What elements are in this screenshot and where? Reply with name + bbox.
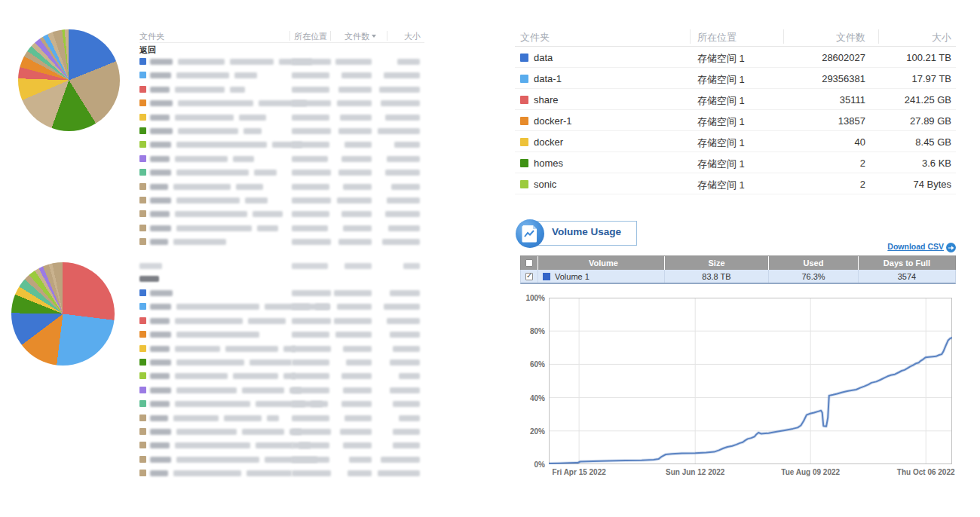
column-header-location[interactable]: 所在位置 bbox=[294, 31, 327, 42]
y-axis-tick-label: 60% bbox=[519, 360, 545, 369]
folder-color-swatch bbox=[139, 169, 146, 176]
blurred-text bbox=[176, 387, 237, 393]
folder-color-swatch bbox=[139, 114, 146, 121]
folder-row-blurred[interactable] bbox=[139, 235, 424, 249]
blurred-text bbox=[390, 359, 420, 366]
folder-color-swatch bbox=[139, 331, 146, 338]
blurred-text bbox=[341, 373, 372, 379]
blurred-text bbox=[176, 170, 249, 176]
select-all-checkbox[interactable] bbox=[525, 259, 533, 267]
blurred-text bbox=[390, 387, 420, 393]
folder-color-swatch bbox=[139, 400, 146, 407]
volume-checkbox[interactable] bbox=[525, 273, 533, 280]
column-header-count[interactable]: 文件数 bbox=[836, 31, 865, 44]
folder-row-blurred[interactable] bbox=[139, 96, 424, 110]
blurred-text bbox=[292, 239, 331, 245]
volume-usage-title: Volume Usage bbox=[552, 226, 621, 237]
download-csv-icon[interactable] bbox=[946, 242, 956, 252]
blurred-text bbox=[233, 156, 254, 162]
blurred-text bbox=[403, 263, 420, 269]
blurred-text bbox=[150, 170, 171, 176]
blurred-text bbox=[338, 128, 372, 134]
folder-row-blurred[interactable] bbox=[139, 286, 424, 300]
blurred-text bbox=[150, 290, 173, 296]
folder-row-docker[interactable]: docker存储空间 1408.45 GB bbox=[515, 131, 956, 152]
folder-row-blurred[interactable] bbox=[139, 180, 424, 194]
folder-row-blurred[interactable] bbox=[139, 425, 424, 439]
folder-row-blurred[interactable] bbox=[139, 453, 424, 467]
folder-row-blurred[interactable] bbox=[139, 397, 424, 411]
column-header-folder[interactable]: 文件夹 bbox=[139, 31, 164, 42]
folder-row-blurred[interactable] bbox=[139, 222, 424, 235]
blurred-text bbox=[292, 211, 329, 217]
volume-size: 83.8 TB bbox=[664, 270, 768, 283]
folder-size: 3.6 KB bbox=[922, 158, 951, 169]
blurred-text bbox=[338, 87, 372, 93]
folder-row-homes[interactable]: homes存储空间 123.6 KB bbox=[515, 152, 956, 173]
folder-row-share[interactable]: share存储空间 135111241.25 GB bbox=[515, 89, 956, 110]
column-header-size[interactable]: 大小 bbox=[932, 31, 951, 44]
column-header-size[interactable]: 大小 bbox=[404, 31, 421, 42]
folder-row-blurred[interactable] bbox=[139, 356, 424, 369]
volume-row-volume-1[interactable]: Volume 183.8 TB76.3%3574 bbox=[520, 270, 956, 284]
blurred-text bbox=[234, 72, 257, 78]
column-header-count[interactable]: 文件数 bbox=[345, 31, 369, 42]
folder-row-blurred[interactable] bbox=[139, 384, 424, 397]
folder-row-blurred[interactable] bbox=[139, 124, 424, 138]
blurred-text bbox=[345, 142, 372, 148]
folder-row-blurred[interactable] bbox=[139, 439, 424, 452]
folder-row-blurred[interactable] bbox=[139, 194, 424, 207]
back-row-blurred[interactable] bbox=[139, 272, 424, 286]
x-axis-tick-label: Sun Jun 12 2022 bbox=[654, 468, 737, 476]
column-header-volume[interactable]: Volume bbox=[537, 256, 664, 270]
blurred-text bbox=[340, 429, 372, 435]
folder-row-blurred[interactable] bbox=[139, 207, 424, 221]
folder-row-blurred[interactable] bbox=[139, 83, 424, 96]
volume-usage-line-chart bbox=[549, 298, 952, 464]
blurred-text bbox=[343, 387, 372, 393]
blurred-text bbox=[150, 128, 173, 134]
folder-row-blurred[interactable] bbox=[139, 138, 424, 151]
blurred-text bbox=[150, 156, 170, 162]
column-header-location[interactable]: 所在位置 bbox=[697, 31, 737, 44]
folder-row-blurred[interactable] bbox=[139, 467, 424, 480]
y-axis-tick-label: 100% bbox=[519, 294, 545, 302]
folder-size: 241.25 GB bbox=[905, 94, 951, 106]
blurred-text bbox=[387, 318, 420, 324]
column-header-used[interactable]: Used bbox=[768, 256, 858, 270]
folder-row-blurred[interactable] bbox=[139, 411, 424, 425]
blurred-text bbox=[150, 346, 170, 352]
blurred-text bbox=[233, 373, 278, 379]
back-row[interactable]: 返回 bbox=[139, 43, 424, 55]
blurred-text bbox=[388, 225, 420, 231]
blurred-text bbox=[225, 346, 278, 352]
column-header-folder[interactable]: 文件夹 bbox=[520, 31, 550, 44]
blurred-text bbox=[173, 184, 231, 190]
folder-row-sonic[interactable]: sonic存储空间 1274 Bytes bbox=[515, 173, 956, 194]
folder-row-blurred[interactable] bbox=[139, 300, 424, 314]
blurred-text bbox=[292, 429, 331, 435]
folder-row-blurred[interactable] bbox=[139, 314, 424, 328]
folder-row-blurred[interactable] bbox=[139, 328, 424, 341]
blurred-text bbox=[345, 415, 372, 421]
column-header-days-to-full[interactable]: Days to Full bbox=[858, 256, 955, 270]
folder-row-data[interactable]: data存储空间 128602027100.21 TB bbox=[515, 47, 956, 68]
blurred-text bbox=[393, 401, 420, 407]
column-separator bbox=[690, 29, 691, 44]
folder-row-blurred[interactable] bbox=[139, 55, 424, 69]
download-csv-link[interactable]: Download CSV bbox=[887, 242, 944, 251]
folder-color-swatch bbox=[520, 159, 528, 167]
column-header-size[interactable]: Size bbox=[664, 256, 768, 270]
folder-color-swatch bbox=[139, 210, 146, 217]
blurred-text bbox=[175, 87, 225, 93]
folder-row-blurred[interactable] bbox=[139, 152, 424, 166]
folder-size: 17.97 TB bbox=[911, 73, 951, 84]
folder-row-blurred[interactable] bbox=[139, 166, 424, 179]
folder-color-swatch bbox=[139, 442, 146, 448]
folder-row-blurred[interactable] bbox=[139, 369, 424, 383]
folder-row-blurred[interactable] bbox=[139, 111, 424, 124]
folder-row-docker-1[interactable]: docker-1存储空间 11385727.89 GB bbox=[515, 110, 956, 131]
folder-row-blurred[interactable] bbox=[139, 342, 424, 356]
folder-row-data-1[interactable]: data-1存储空间 12935638117.97 TB bbox=[515, 68, 956, 89]
folder-row-blurred[interactable] bbox=[139, 69, 424, 82]
